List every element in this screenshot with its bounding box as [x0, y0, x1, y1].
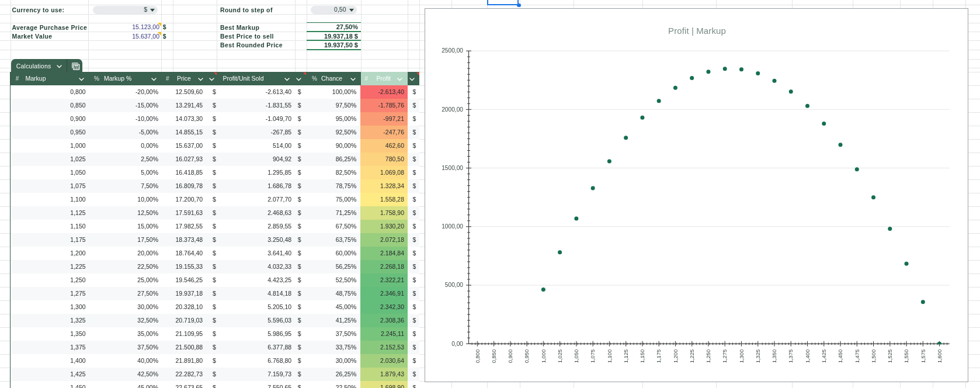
svg-text:1,150: 1,150 [639, 349, 645, 363]
svg-text:1,575: 1,575 [920, 349, 926, 363]
svg-text:1,325: 1,325 [755, 349, 761, 363]
svg-text:2000,00: 2000,00 [442, 106, 463, 113]
svg-text:1,175: 1,175 [656, 349, 662, 363]
svg-text:1,025: 1,025 [557, 349, 563, 363]
svg-text:1,250: 1,250 [705, 349, 711, 363]
svg-text:1,050: 1,050 [573, 349, 579, 363]
svg-text:1,475: 1,475 [854, 349, 860, 363]
svg-text:1,100: 1,100 [606, 349, 613, 363]
svg-text:1,225: 1,225 [689, 349, 695, 363]
svg-text:0,850: 0,850 [491, 349, 497, 363]
svg-text:1,375: 1,375 [788, 349, 794, 363]
svg-text:1,400: 1,400 [804, 349, 811, 363]
svg-text:0,900: 0,900 [507, 349, 513, 363]
svg-text:1,200: 1,200 [672, 349, 679, 363]
svg-text:1,425: 1,425 [821, 349, 827, 363]
svg-text:1,300: 1,300 [738, 349, 745, 363]
svg-text:1,500: 1,500 [870, 349, 877, 363]
svg-text:1,350: 1,350 [771, 349, 777, 363]
svg-text:1,600: 1,600 [936, 349, 943, 363]
svg-text:2500,00: 2500,00 [442, 47, 463, 54]
svg-text:1,550: 1,550 [903, 349, 909, 363]
svg-text:1,525: 1,525 [887, 349, 893, 363]
svg-text:0,950: 0,950 [523, 349, 530, 363]
svg-text:1,275: 1,275 [722, 349, 728, 363]
svg-text:1,450: 1,450 [837, 349, 843, 363]
svg-text:1,125: 1,125 [623, 349, 629, 363]
svg-text:Profit | Markup: Profit | Markup [668, 26, 726, 36]
svg-text:0,800: 0,800 [474, 349, 481, 363]
svg-text:0,00: 0,00 [451, 341, 463, 347]
svg-text:1,075: 1,075 [589, 349, 596, 363]
svg-text:1000,00: 1000,00 [442, 223, 463, 230]
svg-text:500,00: 500,00 [445, 282, 463, 288]
svg-text:1500,00: 1500,00 [442, 165, 463, 171]
svg-text:1,000: 1,000 [540, 349, 547, 363]
